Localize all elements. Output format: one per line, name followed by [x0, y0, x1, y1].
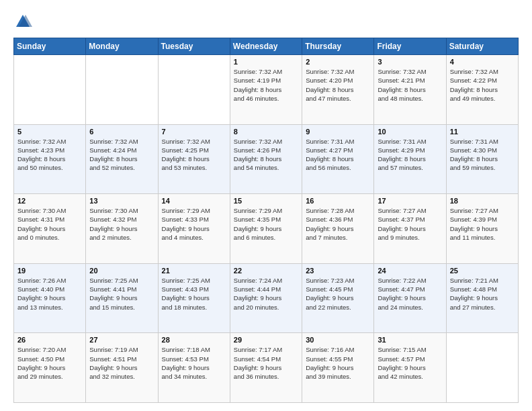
calendar-cell: 17Sunrise: 7:27 AM Sunset: 4:37 PM Dayli…: [374, 194, 446, 264]
weekday-header-saturday: Saturday: [446, 38, 518, 55]
calendar-cell: 30Sunrise: 7:16 AM Sunset: 4:55 PM Dayli…: [302, 333, 374, 403]
day-info: Sunrise: 7:23 AM Sunset: 4:45 PM Dayligh…: [306, 276, 370, 312]
calendar-cell: 21Sunrise: 7:25 AM Sunset: 4:43 PM Dayli…: [158, 263, 230, 333]
calendar-cell: 1Sunrise: 7:32 AM Sunset: 4:19 PM Daylig…: [230, 55, 302, 125]
day-info: Sunrise: 7:19 AM Sunset: 4:51 PM Dayligh…: [89, 345, 154, 381]
calendar-cell: 12Sunrise: 7:30 AM Sunset: 4:31 PM Dayli…: [14, 194, 86, 264]
calendar-cell: [158, 55, 230, 125]
day-number: 24: [378, 267, 442, 275]
logo-icon: [13, 12, 32, 31]
day-info: Sunrise: 7:29 AM Sunset: 4:33 PM Dayligh…: [162, 206, 226, 242]
day-info: Sunrise: 7:28 AM Sunset: 4:36 PM Dayligh…: [306, 206, 370, 242]
day-info: Sunrise: 7:20 AM Sunset: 4:50 PM Dayligh…: [17, 345, 82, 381]
day-info: Sunrise: 7:22 AM Sunset: 4:47 PM Dayligh…: [378, 276, 442, 312]
calendar-cell: 11Sunrise: 7:31 AM Sunset: 4:30 PM Dayli…: [446, 124, 518, 194]
calendar-cell: 10Sunrise: 7:31 AM Sunset: 4:29 PM Dayli…: [374, 124, 446, 194]
day-number: 19: [17, 267, 82, 275]
calendar-cell: 25Sunrise: 7:21 AM Sunset: 4:48 PM Dayli…: [446, 263, 518, 333]
day-number: 25: [450, 267, 515, 275]
day-info: Sunrise: 7:27 AM Sunset: 4:39 PM Dayligh…: [450, 206, 515, 242]
day-number: 12: [17, 197, 82, 205]
logo: [13, 12, 35, 31]
calendar-cell: [14, 55, 86, 125]
weekday-header-row: SundayMondayTuesdayWednesdayThursdayFrid…: [14, 38, 519, 55]
calendar-week-4: 19Sunrise: 7:26 AM Sunset: 4:40 PM Dayli…: [14, 263, 519, 333]
day-info: Sunrise: 7:29 AM Sunset: 4:35 PM Dayligh…: [234, 206, 298, 242]
weekday-header-monday: Monday: [86, 38, 158, 55]
calendar-cell: 3Sunrise: 7:32 AM Sunset: 4:21 PM Daylig…: [374, 55, 446, 125]
day-number: 26: [17, 336, 82, 344]
calendar-week-1: 1Sunrise: 7:32 AM Sunset: 4:19 PM Daylig…: [14, 55, 519, 125]
day-number: 5: [17, 128, 82, 136]
day-info: Sunrise: 7:32 AM Sunset: 4:26 PM Dayligh…: [234, 137, 298, 173]
day-number: 30: [306, 336, 370, 344]
day-info: Sunrise: 7:31 AM Sunset: 4:30 PM Dayligh…: [450, 137, 515, 173]
day-number: 10: [378, 128, 442, 136]
calendar-cell: 23Sunrise: 7:23 AM Sunset: 4:45 PM Dayli…: [302, 263, 374, 333]
day-info: Sunrise: 7:32 AM Sunset: 4:21 PM Dayligh…: [378, 67, 442, 103]
weekday-header-wednesday: Wednesday: [230, 38, 302, 55]
calendar-cell: 7Sunrise: 7:32 AM Sunset: 4:25 PM Daylig…: [158, 124, 230, 194]
calendar-cell: 5Sunrise: 7:32 AM Sunset: 4:23 PM Daylig…: [14, 124, 86, 194]
day-number: 1: [234, 58, 298, 66]
day-number: 13: [89, 197, 154, 205]
calendar-cell: 24Sunrise: 7:22 AM Sunset: 4:47 PM Dayli…: [374, 263, 446, 333]
day-info: Sunrise: 7:30 AM Sunset: 4:31 PM Dayligh…: [17, 206, 82, 242]
day-number: 6: [89, 128, 154, 136]
day-info: Sunrise: 7:32 AM Sunset: 4:25 PM Dayligh…: [162, 137, 226, 173]
day-number: 7: [162, 128, 226, 136]
day-number: 15: [234, 197, 298, 205]
weekday-header-tuesday: Tuesday: [158, 38, 230, 55]
day-info: Sunrise: 7:15 AM Sunset: 4:57 PM Dayligh…: [378, 345, 442, 381]
calendar-cell: 13Sunrise: 7:30 AM Sunset: 4:32 PM Dayli…: [86, 194, 158, 264]
day-number: 14: [162, 197, 226, 205]
calendar-body: 1Sunrise: 7:32 AM Sunset: 4:19 PM Daylig…: [14, 55, 519, 403]
weekday-header-thursday: Thursday: [302, 38, 374, 55]
calendar-cell: 6Sunrise: 7:32 AM Sunset: 4:24 PM Daylig…: [86, 124, 158, 194]
day-info: Sunrise: 7:27 AM Sunset: 4:37 PM Dayligh…: [378, 206, 442, 242]
calendar-cell: 27Sunrise: 7:19 AM Sunset: 4:51 PM Dayli…: [86, 333, 158, 403]
day-info: Sunrise: 7:32 AM Sunset: 4:22 PM Dayligh…: [450, 67, 515, 103]
calendar-week-5: 26Sunrise: 7:20 AM Sunset: 4:50 PM Dayli…: [14, 333, 519, 403]
calendar-cell: 16Sunrise: 7:28 AM Sunset: 4:36 PM Dayli…: [302, 194, 374, 264]
day-number: 17: [378, 197, 442, 205]
day-number: 8: [234, 128, 298, 136]
day-info: Sunrise: 7:26 AM Sunset: 4:40 PM Dayligh…: [17, 276, 82, 312]
calendar-cell: 2Sunrise: 7:32 AM Sunset: 4:20 PM Daylig…: [302, 55, 374, 125]
day-number: 4: [450, 58, 515, 66]
page: SundayMondayTuesdayWednesdayThursdayFrid…: [0, 0, 532, 411]
calendar-cell: 9Sunrise: 7:31 AM Sunset: 4:27 PM Daylig…: [302, 124, 374, 194]
calendar-cell: [446, 333, 518, 403]
day-number: 20: [89, 267, 154, 275]
day-number: 22: [234, 267, 298, 275]
calendar-cell: 18Sunrise: 7:27 AM Sunset: 4:39 PM Dayli…: [446, 194, 518, 264]
day-number: 27: [89, 336, 154, 344]
weekday-header-sunday: Sunday: [14, 38, 86, 55]
calendar-cell: 29Sunrise: 7:17 AM Sunset: 4:54 PM Dayli…: [230, 333, 302, 403]
calendar-cell: 14Sunrise: 7:29 AM Sunset: 4:33 PM Dayli…: [158, 194, 230, 264]
day-number: 28: [162, 336, 226, 344]
day-info: Sunrise: 7:25 AM Sunset: 4:41 PM Dayligh…: [89, 276, 154, 312]
day-info: Sunrise: 7:18 AM Sunset: 4:53 PM Dayligh…: [162, 345, 226, 381]
day-number: 18: [450, 197, 515, 205]
day-info: Sunrise: 7:32 AM Sunset: 4:24 PM Dayligh…: [89, 137, 154, 173]
day-info: Sunrise: 7:31 AM Sunset: 4:29 PM Dayligh…: [378, 137, 442, 173]
calendar-week-2: 5Sunrise: 7:32 AM Sunset: 4:23 PM Daylig…: [14, 124, 519, 194]
calendar-header: SundayMondayTuesdayWednesdayThursdayFrid…: [14, 38, 519, 55]
day-number: 31: [378, 336, 442, 344]
weekday-header-friday: Friday: [374, 38, 446, 55]
day-info: Sunrise: 7:32 AM Sunset: 4:19 PM Dayligh…: [234, 67, 298, 103]
calendar-table: SundayMondayTuesdayWednesdayThursdayFrid…: [13, 38, 519, 403]
day-number: 2: [306, 58, 370, 66]
calendar-cell: 8Sunrise: 7:32 AM Sunset: 4:26 PM Daylig…: [230, 124, 302, 194]
day-info: Sunrise: 7:16 AM Sunset: 4:55 PM Dayligh…: [306, 345, 370, 381]
header: [13, 12, 519, 31]
day-info: Sunrise: 7:21 AM Sunset: 4:48 PM Dayligh…: [450, 276, 515, 312]
day-info: Sunrise: 7:32 AM Sunset: 4:20 PM Dayligh…: [306, 67, 370, 103]
day-info: Sunrise: 7:31 AM Sunset: 4:27 PM Dayligh…: [306, 137, 370, 173]
calendar-cell: 19Sunrise: 7:26 AM Sunset: 4:40 PM Dayli…: [14, 263, 86, 333]
day-info: Sunrise: 7:24 AM Sunset: 4:44 PM Dayligh…: [234, 276, 298, 312]
calendar-cell: [86, 55, 158, 125]
calendar-cell: 28Sunrise: 7:18 AM Sunset: 4:53 PM Dayli…: [158, 333, 230, 403]
day-number: 21: [162, 267, 226, 275]
